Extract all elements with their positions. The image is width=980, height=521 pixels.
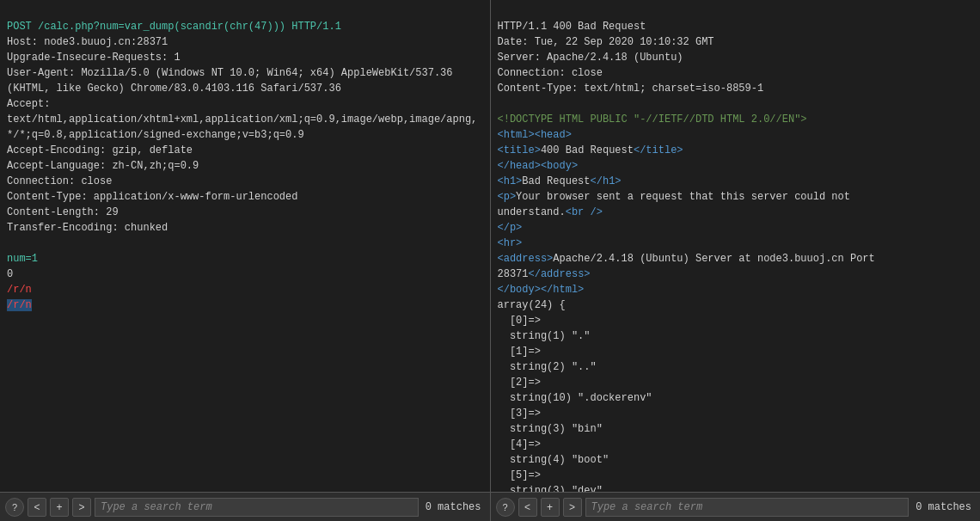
right-toolbar: ? < + > 0 matches	[491, 492, 981, 521]
right-search-input[interactable]	[585, 498, 910, 517]
right-add-button[interactable]: +	[541, 498, 560, 517]
left-add-button[interactable]: +	[50, 498, 69, 517]
left-toolbar: ? < + > 0 matches	[0, 492, 490, 521]
right-panel: HTTP/1.1 400 Bad Request Date: Tue, 22 S…	[491, 0, 981, 521]
left-search-input[interactable]	[95, 498, 419, 517]
right-matches-label: 0 matches	[912, 501, 975, 513]
left-panel-content[interactable]: POST /calc.php?num=var_dump(scandir(chr(…	[0, 0, 490, 492]
left-panel: POST /calc.php?num=var_dump(scandir(chr(…	[0, 0, 491, 521]
left-matches-label: 0 matches	[422, 501, 485, 513]
right-help-button[interactable]: ?	[496, 498, 515, 517]
left-help-button[interactable]: ?	[5, 498, 24, 517]
left-next-button[interactable]: >	[72, 498, 91, 517]
right-panel-content[interactable]: HTTP/1.1 400 Bad Request Date: Tue, 22 S…	[491, 0, 981, 492]
right-prev-button[interactable]: <	[518, 498, 537, 517]
right-next-button[interactable]: >	[563, 498, 582, 517]
panels-container: POST /calc.php?num=var_dump(scandir(chr(…	[0, 0, 980, 521]
left-prev-button[interactable]: <	[28, 498, 46, 517]
